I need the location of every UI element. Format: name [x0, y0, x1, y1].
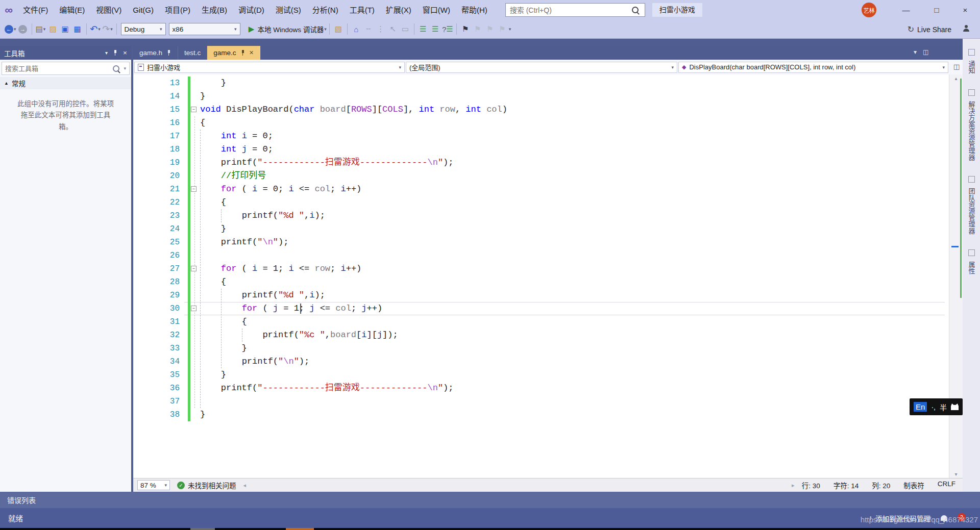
- code-line-30[interactable]: 30− for ( j = 1; j <= col; j++): [133, 302, 949, 315]
- line-number[interactable]: 34: [158, 355, 180, 368]
- ime-cat-icon[interactable]: [951, 403, 959, 410]
- menu-test[interactable]: 测试(S): [270, 6, 307, 14]
- toolbox-menu-caret-icon[interactable]: ▾: [105, 50, 108, 56]
- code-line-17[interactable]: 17 int i = 0;: [133, 130, 949, 143]
- code-line-36[interactable]: 36 printf("------------扫雷游戏-------------…: [133, 382, 949, 395]
- pin-icon[interactable]: [166, 50, 172, 56]
- code-line-21[interactable]: 21− for ( i = 0; i <= col; i++): [133, 183, 949, 196]
- right-tab-团队资源管理器[interactable]: 团队资源管理器: [967, 176, 976, 234]
- right-tab-解决方案资源管理器[interactable]: 解决方案资源管理器: [967, 89, 976, 161]
- float-tab-icon[interactable]: ◫: [923, 48, 928, 56]
- code-line-26[interactable]: 26: [133, 249, 949, 262]
- project-dropdown[interactable]: 扫雷小游戏 ▾: [134, 62, 405, 73]
- code-line-13[interactable]: 13 }: [133, 77, 949, 90]
- line-number[interactable]: 21: [158, 183, 180, 196]
- menu-tools[interactable]: 工具(T): [344, 6, 380, 14]
- code-line-18[interactable]: 18 int j = 0;: [133, 143, 949, 156]
- ime-punctuation[interactable]: ·,: [931, 403, 936, 411]
- pin-icon[interactable]: [240, 50, 246, 56]
- line-number[interactable]: 28: [158, 275, 180, 289]
- feedback-person-icon[interactable]: [963, 25, 970, 32]
- menu-debug[interactable]: 调试(D): [233, 6, 270, 14]
- live-share-button[interactable]: ↻ Live Share: [908, 20, 951, 39]
- line-number[interactable]: 19: [158, 156, 180, 169]
- menu-window[interactable]: 窗口(W): [417, 6, 456, 14]
- line-number[interactable]: 32: [158, 329, 180, 342]
- toolbox-header[interactable]: 工具箱 ▾ ×: [0, 46, 131, 60]
- code-line-14[interactable]: 14}: [133, 90, 949, 103]
- toolbox-search-box[interactable]: ▾: [2, 62, 130, 75]
- code-line-31[interactable]: 31 {: [133, 315, 949, 329]
- scroll-right-icon[interactable]: ▸: [792, 482, 795, 489]
- scroll-left-icon[interactable]: ◂: [243, 482, 247, 489]
- tab-test-c[interactable]: test.c: [178, 46, 207, 60]
- code-line-15[interactable]: 15−void DisPlayBoard(char board[ROWS][CO…: [133, 103, 949, 116]
- ime-status-widget[interactable]: En ·, 半: [910, 398, 963, 415]
- search-input[interactable]: [506, 6, 632, 14]
- line-number[interactable]: 13: [158, 77, 180, 90]
- code-line-35[interactable]: 35 }: [133, 368, 949, 382]
- debug-target-caret-icon[interactable]: ▾: [324, 27, 327, 32]
- tab-list-caret-icon[interactable]: ▾: [914, 48, 917, 56]
- line-number[interactable]: 15: [158, 103, 180, 116]
- line-number[interactable]: 30: [158, 302, 180, 315]
- code-line-32[interactable]: 32 printf("%c ",board[i][j]);: [133, 329, 949, 342]
- start-debugging-button[interactable]: ▶: [246, 23, 257, 35]
- code-line-34[interactable]: 34 printf("\n");: [133, 355, 949, 368]
- split-editor-icon[interactable]: ◫: [953, 63, 960, 70]
- line-number[interactable]: 38: [158, 408, 180, 421]
- editor-vertical-scrollbar[interactable]: ▴ ▾: [949, 74, 963, 478]
- solution-platform-select[interactable]: x86▾: [169, 23, 240, 35]
- line-number[interactable]: 29: [158, 289, 180, 302]
- search-caret-icon[interactable]: ▾: [124, 66, 126, 71]
- indent-decrease-icon[interactable]: ☰: [418, 23, 429, 35]
- menu-file[interactable]: 文件(F): [17, 6, 54, 14]
- code-line-23[interactable]: 23 printf("%d ",i);: [133, 209, 949, 222]
- avatar[interactable]: 艺林: [862, 3, 876, 17]
- navigate-back-icon[interactable]: ←▾: [5, 23, 16, 35]
- line-number[interactable]: 20: [158, 169, 180, 183]
- tabs-indicator[interactable]: 制表符: [903, 480, 924, 490]
- close-tab-icon[interactable]: ×: [250, 46, 254, 60]
- line-number[interactable]: 17: [158, 130, 180, 143]
- code-line-33[interactable]: 33 }: [133, 342, 949, 355]
- member-dropdown[interactable]: ◆ DisPlayBoard(char board[ROWS][COLS], i…: [678, 62, 948, 73]
- line-number[interactable]: 24: [158, 222, 180, 236]
- tab-game-c[interactable]: game.c×: [207, 46, 260, 60]
- line-number[interactable]: 35: [158, 368, 180, 382]
- solution-name-button[interactable]: 扫雷小游戏: [652, 3, 702, 17]
- scroll-down-icon[interactable]: ▾: [949, 471, 963, 477]
- help-list-icon[interactable]: ?☰: [442, 23, 453, 35]
- eol-indicator[interactable]: CRLF: [938, 480, 955, 490]
- fold-toggle-icon[interactable]: −: [191, 107, 197, 112]
- pin-icon[interactable]: [113, 50, 118, 56]
- save-all-icon[interactable]: ▦: [72, 23, 83, 35]
- find-in-files-icon[interactable]: ▧: [333, 23, 344, 35]
- line-number[interactable]: 31: [158, 315, 180, 329]
- menu-project[interactable]: 项目(P): [159, 6, 196, 14]
- line-number[interactable]: 27: [158, 262, 180, 275]
- minimize-button[interactable]: —: [894, 0, 918, 20]
- tab-game-h[interactable]: game.h: [133, 46, 178, 60]
- undo-icon[interactable]: ↶▾: [90, 23, 101, 35]
- horizontal-scrollbar[interactable]: ◂ ▸: [236, 482, 802, 489]
- scope-dropdown[interactable]: (全局范围) ▾: [406, 62, 677, 73]
- line-number[interactable]: 26: [158, 249, 180, 262]
- indent-increase-icon[interactable]: ☰: [430, 23, 441, 35]
- start-debugging-label[interactable]: 本地 Windows 调试器: [258, 24, 324, 34]
- code-line-37[interactable]: 37: [133, 395, 949, 408]
- line-number[interactable]: 36: [158, 382, 180, 395]
- toolbox-search-input[interactable]: [2, 65, 113, 72]
- new-project-icon[interactable]: ▤▾: [35, 23, 46, 35]
- close-button[interactable]: ×: [953, 0, 977, 20]
- maximize-button[interactable]: □: [925, 0, 948, 20]
- ime-width-mode[interactable]: 半: [940, 402, 947, 412]
- fold-toggle-icon[interactable]: −: [191, 306, 197, 311]
- menu-view[interactable]: 视图(V): [90, 6, 127, 14]
- redo-icon[interactable]: ↷▾: [102, 23, 113, 35]
- code-line-38[interactable]: 38}: [133, 408, 949, 421]
- code-line-16[interactable]: 16{: [133, 116, 949, 130]
- navigate-forward-icon[interactable]: →: [17, 23, 29, 35]
- ime-language[interactable]: En: [914, 402, 927, 412]
- code-editor[interactable]: 13 }14}15−void DisPlayBoard(char board[R…: [133, 74, 949, 478]
